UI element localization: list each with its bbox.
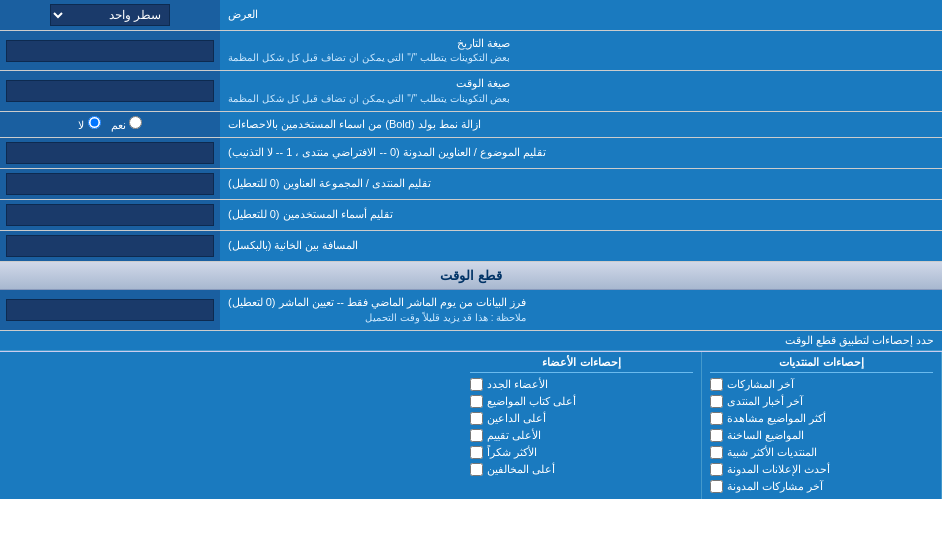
main-container: العرض سطر واحد سطران ثلاثة أسطر صيغة الت… — [0, 0, 942, 499]
checkbox-top-forums[interactable] — [710, 446, 723, 459]
cutoff-input-container: 0 — [0, 290, 220, 329]
list-item: أعلى كتاب المواضيع — [470, 393, 693, 410]
cutoff-label: فرز البيانات من يوم الماشر الماضي فقط --… — [220, 290, 942, 329]
checkboxes-container: إحصاءات المنتديات آخر المشاركات آخر أخبا… — [0, 351, 942, 499]
trim-users-input-container: 0 — [0, 200, 220, 230]
checkbox-hot-topics[interactable] — [710, 429, 723, 442]
bold-radio-container: نعم لا — [0, 112, 220, 137]
checkbox-latest-announcements[interactable] — [710, 463, 723, 476]
list-item: المواضيع الساخنة — [710, 427, 933, 444]
gap-row: المسافة بين الخانية (بالبكسل) 2 — [0, 231, 942, 262]
checkbox-top-referrers[interactable] — [470, 412, 483, 425]
trim-topic-input[interactable]: 33 — [6, 142, 214, 164]
checkbox-top-rated[interactable] — [470, 429, 483, 442]
list-item: آخر أخبار المنتدى — [710, 393, 933, 410]
list-item: الأكثر شكراً — [470, 444, 693, 461]
time-format-row: صيغة الوقت بعض التكوينات يتطلب "/" التي … — [0, 71, 942, 111]
trim-users-row: تقليم أسماء المستخدمين (0 للتعطيل) 0 — [0, 200, 942, 231]
checkbox-last-posts[interactable] — [710, 378, 723, 391]
checkbox-most-viewed[interactable] — [710, 412, 723, 425]
checkbox-most-thanked[interactable] — [470, 446, 483, 459]
list-item: أعلى الداعين — [470, 410, 693, 427]
col1-forum-stats: إحصاءات المنتديات آخر المشاركات آخر أخبا… — [702, 352, 942, 499]
bold-yes-label: نعم — [111, 116, 142, 132]
stats-limit-row: حدد إحصاءات لتطبيق قطع الوقت — [0, 331, 942, 351]
lines-select-container: سطر واحد سطران ثلاثة أسطر — [0, 0, 220, 30]
date-format-input[interactable]: d-m — [6, 40, 214, 62]
cutoff-row: فرز البيانات من يوم الماشر الماضي فقط --… — [0, 290, 942, 330]
trim-topic-row: تقليم الموضوع / العناوين المدونة (0 -- ا… — [0, 138, 942, 169]
display-label: العرض — [220, 0, 942, 30]
col2-header: إحصاءات الأعضاء — [470, 356, 693, 373]
time-format-input[interactable]: H:i — [6, 80, 214, 102]
bold-no-label: لا — [78, 116, 100, 132]
trim-forum-input-container: 33 — [0, 169, 220, 199]
trim-topic-label: تقليم الموضوع / العناوين المدونة (0 -- ا… — [220, 138, 942, 168]
list-item: أحدث الإعلانات المدونة — [710, 461, 933, 478]
list-item: أكثر المواضيع مشاهدة — [710, 410, 933, 427]
bold-no-radio[interactable] — [88, 116, 101, 129]
checkbox-top-posters[interactable] — [470, 395, 483, 408]
date-format-label: صيغة التاريخ بعض التكوينات يتطلب "/" الت… — [220, 31, 942, 70]
date-format-input-container: d-m — [0, 31, 220, 70]
stats-limit-label: حدد إحصاءات لتطبيق قطع الوقت — [8, 334, 934, 347]
list-item: الأعلى تقييم — [470, 427, 693, 444]
top-header-row: العرض سطر واحد سطران ثلاثة أسطر — [0, 0, 942, 31]
cutoff-input[interactable]: 0 — [6, 299, 214, 321]
gap-label: المسافة بين الخانية (بالبكسل) — [220, 231, 942, 261]
list-item: المنتديات الأكثر شبية — [710, 444, 933, 461]
trim-topic-input-container: 33 — [0, 138, 220, 168]
col3-spacer — [0, 352, 462, 499]
bold-radio-group: نعم لا — [78, 116, 141, 132]
checkbox-last-news[interactable] — [710, 395, 723, 408]
trim-forum-input[interactable]: 33 — [6, 173, 214, 195]
list-item: الأعضاء الجدد — [470, 376, 693, 393]
cutoff-section-header: قطع الوقت — [0, 262, 942, 290]
checkbox-top-warnings[interactable] — [470, 463, 483, 476]
bold-label: ازالة نمط بولد (Bold) من اسماء المستخدمي… — [220, 112, 942, 137]
time-format-label: صيغة الوقت بعض التكوينات يتطلب "/" التي … — [220, 71, 942, 110]
date-format-row: صيغة التاريخ بعض التكوينات يتطلب "/" الت… — [0, 31, 942, 71]
time-format-input-container: H:i — [0, 71, 220, 110]
list-item: آخر مشاركات المدونة — [710, 478, 933, 495]
lines-select[interactable]: سطر واحد سطران ثلاثة أسطر — [50, 4, 170, 26]
trim-users-label: تقليم أسماء المستخدمين (0 للتعطيل) — [220, 200, 942, 230]
checkbox-last-blog-posts[interactable] — [710, 480, 723, 493]
gap-input[interactable]: 2 — [6, 235, 214, 257]
checkbox-new-members[interactable] — [470, 378, 483, 391]
trim-users-input[interactable]: 0 — [6, 204, 214, 226]
bold-yes-radio[interactable] — [129, 116, 142, 129]
gap-input-container: 2 — [0, 231, 220, 261]
list-item: آخر المشاركات — [710, 376, 933, 393]
trim-forum-label: تقليم المنتدى / المجموعة العناوين (0 للت… — [220, 169, 942, 199]
col2-member-stats: إحصاءات الأعضاء الأعضاء الجدد أعلى كتاب … — [462, 352, 702, 499]
bold-row: ازالة نمط بولد (Bold) من اسماء المستخدمي… — [0, 112, 942, 138]
col1-header: إحصاءات المنتديات — [710, 356, 933, 373]
list-item: أعلى المخالفين — [470, 461, 693, 478]
trim-forum-row: تقليم المنتدى / المجموعة العناوين (0 للت… — [0, 169, 942, 200]
